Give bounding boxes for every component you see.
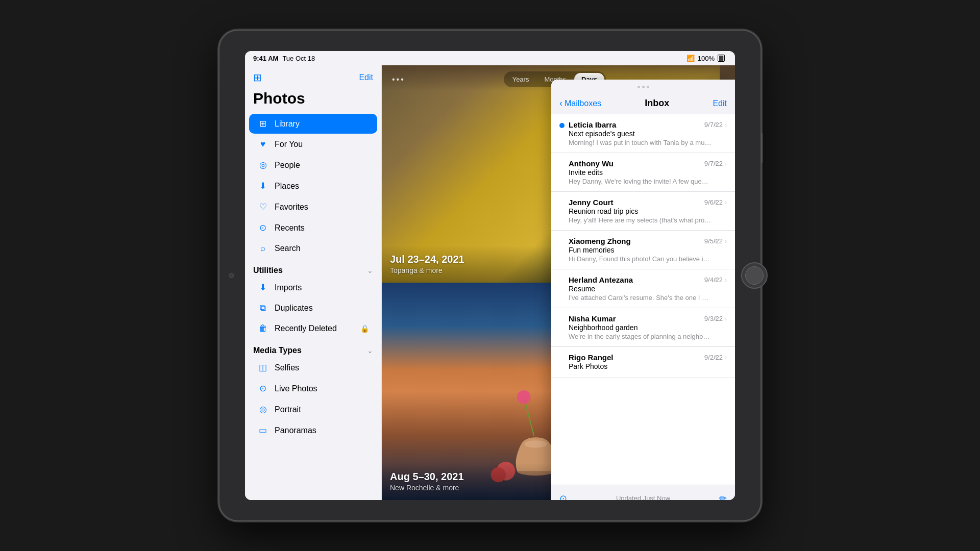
mail-back-label: Mailboxes xyxy=(565,99,601,108)
mail-subject: Reunion road trip pics xyxy=(569,207,727,215)
mail-sender: Herland Antezana xyxy=(569,276,633,284)
photos-app-title: Photos xyxy=(245,88,381,113)
mail-back-button[interactable]: ‹ Mailboxes xyxy=(559,98,601,109)
mail-item-flag-icon: ✎ xyxy=(714,199,719,206)
sidebar-item-favorites[interactable]: ♡ Favorites xyxy=(249,197,377,217)
read-spacer xyxy=(559,314,565,319)
mail-item-flag-icon: ✎ xyxy=(714,121,719,129)
mail-item[interactable]: Xiaomeng Zhong 9/5/22 › Fun memories Hi … xyxy=(551,231,735,269)
svg-point-17 xyxy=(517,390,530,404)
mail-item[interactable]: Anthony Wu 9/7/22 › Invite edits Hey Dan… xyxy=(551,153,735,192)
read-spacer xyxy=(559,353,565,358)
sidebar-item-recently-deleted-label: Recently Deleted xyxy=(275,324,337,333)
mail-subject: Next episode's guest xyxy=(569,130,727,138)
mail-item-header: Nisha Kumar 9/3/22 › xyxy=(569,314,727,323)
mail-sender: Xiaomeng Zhong xyxy=(569,237,631,245)
mail-filter-icon[interactable]: ⊙ xyxy=(559,493,567,500)
mail-subject: Resume xyxy=(569,285,727,293)
sidebar-item-imports[interactable]: ⬇ Imports xyxy=(249,278,377,297)
mail-item-header: Herland Antezana 9/4/22 › xyxy=(569,276,727,284)
sidebar-item-for-you[interactable]: ♥ For You xyxy=(249,135,377,154)
sidebar-item-duplicates[interactable]: ⧉ Duplicates xyxy=(249,298,377,318)
library-icon: ⊞ xyxy=(257,118,268,129)
sidebar-item-favorites-label: Favorites xyxy=(275,203,308,212)
favorites-icon: ♡ xyxy=(257,202,268,212)
places-icon: ⬇ xyxy=(257,181,268,191)
utilities-section-header: Utilities ⌄ xyxy=(245,259,381,277)
main-content: ⊞ Edit Photos ⊞ Library ♥ For You ◎ P xyxy=(245,65,735,500)
mail-item-flag-icon: ✎ xyxy=(714,238,719,245)
ipad-device: 9:41 AM Tue Oct 18 📶 100% ▓ ⊞ Edit Photo… xyxy=(219,31,761,520)
sidebar-item-for-you-label: For You xyxy=(275,140,303,149)
sidebar-edit-button[interactable]: Edit xyxy=(359,73,373,82)
sidebar-item-recents[interactable]: ⊙ Recents xyxy=(249,218,377,238)
mail-preview: Hi Danny, Found this photo! Can you beli… xyxy=(569,255,712,263)
sidebar-item-people[interactable]: ◎ People xyxy=(249,155,377,175)
sidebar-item-search-label: Search xyxy=(275,244,301,253)
mail-sender: Jenny Court xyxy=(569,198,614,207)
portrait-icon: ◎ xyxy=(257,404,268,415)
sidebar-item-search[interactable]: ⌕ Search xyxy=(249,239,377,258)
mail-preview: Morning! I was put in touch with Tania b… xyxy=(569,139,712,146)
mail-preview: Hey Danny, We're loving the invite! A fe… xyxy=(569,178,712,185)
mail-footer: ⊙ Updated Just Now ✏ xyxy=(551,485,735,500)
status-time: 9:41 AM xyxy=(253,55,278,62)
sidebar-item-recently-deleted[interactable]: 🗑 Recently Deleted 🔒 xyxy=(249,319,377,338)
mail-chevron-icon: › xyxy=(725,277,727,284)
mail-list: Leticia Ibarra 9/7/22 › Next episode's g… xyxy=(551,114,735,485)
mail-inbox-title: Inbox xyxy=(645,98,669,109)
mail-item-flag-icon: ✎ xyxy=(714,354,719,361)
top-bar-more-dots[interactable]: ••• xyxy=(392,75,405,84)
mail-nav-bar: ‹ Mailboxes Inbox Edit xyxy=(551,94,735,114)
mail-chevron-icon: › xyxy=(725,354,727,361)
mail-item-content: Jenny Court 9/6/22 › Reunion road trip p… xyxy=(569,198,727,224)
sidebar-item-places[interactable]: ⬇ Places xyxy=(249,176,377,196)
mail-subject: Fun memories xyxy=(569,246,727,254)
mail-item-header: Jenny Court 9/6/22 › xyxy=(569,198,727,207)
sidebar-item-portrait[interactable]: ◎ Portrait xyxy=(249,399,377,419)
mail-item-content: Rigo Rangel 9/2/22 › Park Photos xyxy=(569,353,727,371)
mail-chevron-icon: › xyxy=(725,315,727,322)
media-types-chevron-icon[interactable]: ⌄ xyxy=(367,346,373,355)
mail-item-header: Rigo Rangel 9/2/22 › xyxy=(569,353,727,362)
dot-1 xyxy=(638,86,640,88)
mail-subject: Neighborhood garden xyxy=(569,323,727,332)
home-button[interactable] xyxy=(741,262,768,289)
mail-sender: Leticia Ibarra xyxy=(569,120,616,129)
sidebar-item-live-photos-label: Live Photos xyxy=(275,384,317,393)
sidebar-item-library[interactable]: ⊞ Library xyxy=(249,114,377,134)
mail-item-flag-icon: ✎ xyxy=(714,277,719,284)
mail-chevron-icon: › xyxy=(725,160,727,167)
mail-sender: Rigo Rangel xyxy=(569,353,614,362)
sidebar-item-people-label: People xyxy=(275,161,300,170)
mail-preview: We're in the early stages of planning a … xyxy=(569,333,712,340)
mail-item-content: Xiaomeng Zhong 9/5/22 › Fun memories Hi … xyxy=(569,237,727,263)
mail-item[interactable]: Nisha Kumar 9/3/22 › Neighborhood garden… xyxy=(551,308,735,347)
mail-item-content: Nisha Kumar 9/3/22 › Neighborhood garden… xyxy=(569,314,727,340)
mail-compose-button[interactable]: ✏ xyxy=(719,493,727,500)
sidebar-item-portrait-label: Portrait xyxy=(275,405,301,414)
mail-item-content: Anthony Wu 9/7/22 › Invite edits Hey Dan… xyxy=(569,159,727,185)
utilities-chevron-icon[interactable]: ⌄ xyxy=(367,266,373,274)
tab-years[interactable]: Years xyxy=(505,73,536,86)
mail-edit-button[interactable]: Edit xyxy=(713,99,727,108)
mail-item[interactable]: Jenny Court 9/6/22 › Reunion road trip p… xyxy=(551,192,735,231)
mail-chevron-icon: › xyxy=(725,121,727,129)
mail-overlay: ‹ Mailboxes Inbox Edit xyxy=(551,80,735,500)
status-icons: 📶 100% ▓ xyxy=(687,55,725,62)
mail-item[interactable]: Rigo Rangel 9/2/22 › Park Photos ✎ xyxy=(551,347,735,378)
mail-item[interactable]: Herland Antezana 9/4/22 › Resume I've at… xyxy=(551,269,735,308)
recently-deleted-icon: 🗑 xyxy=(257,323,268,334)
for-you-icon: ♥ xyxy=(257,139,268,149)
sidebar-item-selfies[interactable]: ◫ Selfies xyxy=(249,358,377,378)
dot-3 xyxy=(647,86,649,88)
sidebar-header: ⊞ Edit xyxy=(245,65,381,88)
duplicates-icon: ⧉ xyxy=(257,303,268,313)
photos-main: ••• Years Months Days xyxy=(382,65,735,500)
mail-sender: Nisha Kumar xyxy=(569,314,616,323)
sidebar-item-panoramas[interactable]: ▭ Panoramas xyxy=(249,420,377,440)
sidebar-item-live-photos[interactable]: ⊙ Live Photos xyxy=(249,379,377,398)
mail-drag-indicator xyxy=(551,80,735,94)
mail-item[interactable]: Leticia Ibarra 9/7/22 › Next episode's g… xyxy=(551,114,735,153)
mail-footer-status: Updated Just Now xyxy=(616,494,670,500)
